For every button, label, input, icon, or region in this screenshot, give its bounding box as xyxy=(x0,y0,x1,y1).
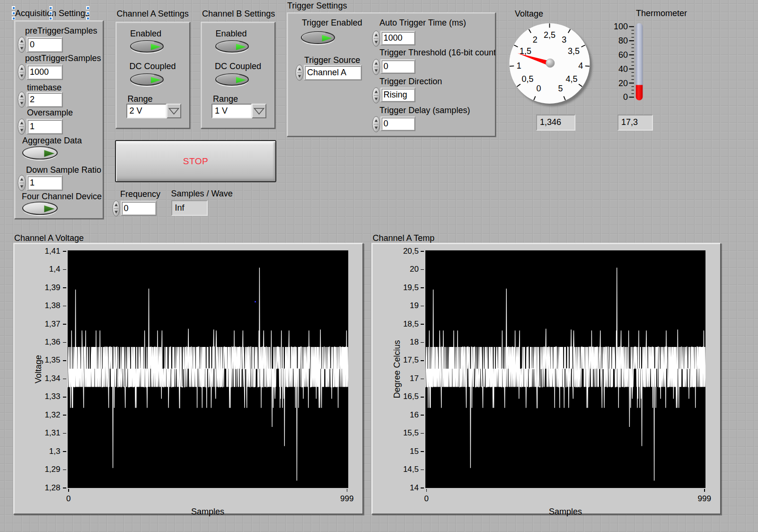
svg-text:0: 0 xyxy=(537,84,541,93)
svg-text:2: 2 xyxy=(533,35,538,44)
svg-text:4,5: 4,5 xyxy=(565,74,577,84)
svg-text:4: 4 xyxy=(578,61,583,71)
svg-text:0: 0 xyxy=(623,92,628,102)
svg-text:20: 20 xyxy=(618,79,628,88)
svg-text:60: 60 xyxy=(618,50,628,60)
svg-text:80: 80 xyxy=(618,36,628,45)
svg-text:3: 3 xyxy=(562,35,566,44)
svg-text:3,5: 3,5 xyxy=(568,46,580,56)
svg-text:0,5: 0,5 xyxy=(521,74,533,84)
svg-text:5: 5 xyxy=(558,84,563,93)
svg-text:1: 1 xyxy=(517,61,521,71)
svg-text:100: 100 xyxy=(614,22,628,31)
svg-text:40: 40 xyxy=(618,64,628,74)
svg-text:2,5: 2,5 xyxy=(544,30,555,40)
